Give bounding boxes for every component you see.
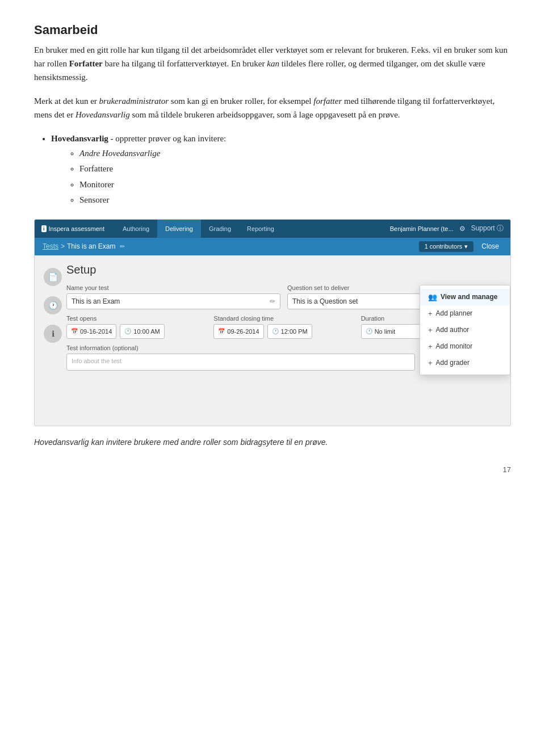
test-opens-date-group: 📅 09-16-2014 🕐 10:00 AM [66, 324, 207, 339]
tab-authoring[interactable]: Authoring [115, 220, 157, 238]
open-time-input[interactable]: 🕐 10:00 AM [120, 324, 164, 339]
p2-start: Merk at det kun er [34, 96, 99, 106]
open-date-value: 09-16-2014 [80, 328, 112, 335]
name-input[interactable]: This is an Exam ✏ [66, 293, 280, 309]
info-group: Test information (optional) Info about t… [66, 345, 415, 371]
open-time-value: 10:00 AM [133, 328, 160, 335]
page-heading: Samarbeid [34, 23, 511, 37]
tab-delivering[interactable]: Delivering [157, 220, 201, 238]
add-grader-label: Add grader [436, 359, 469, 367]
close-time-input[interactable]: 🕐 12:00 PM [267, 324, 312, 339]
sidebar-doc-icon[interactable]: 📄 [44, 268, 62, 286]
add-monitor-label: Add monitor [436, 342, 473, 350]
clock-icon: 🕐 [124, 328, 131, 334]
contributors-dropdown: 👥 View and manage + Add planner + Add au… [420, 285, 510, 375]
app-navbar: i Inspera assessment Authoring Deliverin… [35, 220, 510, 238]
info-text-input[interactable]: Info about the test [66, 354, 415, 371]
duration-value: No limit [375, 328, 396, 335]
calendar-icon: 📅 [218, 328, 225, 334]
add-planner-icon: + [428, 309, 433, 318]
question-set-value: This is a Question set [292, 297, 358, 305]
nav-tabs[interactable]: Authoring Delivering Grading Reporting [115, 220, 390, 238]
nav-right: Benjamin Planner (te... ⚙ Support ⓘ [390, 224, 504, 233]
logo-icon: i [41, 225, 47, 232]
breadcrumb-current: This is an Exam [67, 242, 115, 250]
add-grader-icon: + [428, 359, 433, 367]
p1-rest: bare ha tilgang til forfatterverktøyet. … [103, 59, 267, 68]
add-planner-item[interactable]: + Add planner [420, 305, 510, 322]
sub-list-item-label: Monitorer [79, 180, 114, 189]
intro-paragraph: En bruker med en gitt rolle har kun tilg… [34, 43, 511, 84]
page-number: 17 [34, 465, 511, 474]
close-date-input[interactable]: 📅 09-26-2014 [213, 324, 263, 339]
list-main-rest: - oppretter prøver og kan invitere: [108, 134, 226, 143]
tab-reporting[interactable]: Reporting [239, 220, 282, 238]
view-manage-icon: 👥 [428, 293, 437, 301]
add-monitor-icon: + [428, 342, 433, 351]
contributors-area: 1 contributors ▾ Close [419, 241, 502, 252]
calendar-icon: 📅 [71, 328, 78, 334]
closing-label: Standard closing time [213, 315, 354, 322]
view-manage-item[interactable]: 👥 View and manage [420, 289, 510, 305]
p1-bold: Forfatter [69, 59, 103, 68]
close-button[interactable]: Close [478, 241, 502, 251]
open-date-input[interactable]: 📅 09-16-2014 [66, 324, 116, 339]
breadcrumb: Tests > This is an Exam ✏ [43, 242, 125, 250]
p1-em: kan [267, 59, 279, 68]
test-opens-label: Test opens [66, 315, 207, 322]
close-time-value: 12:00 PM [281, 328, 308, 335]
app-main: 📄 🕐 ℹ Setup Name your test This is an Ex… [35, 255, 510, 426]
logo-text: Inspera assessment [49, 225, 104, 232]
p2-end: som må tildele brukeren arbeidsoppgaver,… [130, 110, 400, 119]
add-grader-item[interactable]: + Add grader [420, 355, 510, 371]
clock-icon: 🕐 [272, 328, 279, 334]
gear-icon[interactable]: ⚙ [459, 225, 466, 233]
breadcrumb-tests-link[interactable]: Tests [43, 242, 58, 250]
info-label: Test information (optional) [66, 345, 415, 351]
view-manage-label: View and manage [441, 293, 497, 301]
sub-list-item: Forfattere [79, 162, 511, 177]
sub-list-item-label: Andre Hovedansvarlige [79, 149, 160, 158]
sub-list-item: Monitorer [79, 178, 511, 192]
test-opens-group: Test opens 📅 09-16-2014 🕐 10:00 AM [66, 315, 207, 339]
sub-list-item: Andre Hovedansvarlige [79, 146, 511, 161]
breadcrumb-separator: > [61, 242, 65, 250]
chevron-down-icon: ▾ [464, 243, 468, 250]
sidebar-info-icon[interactable]: ℹ [44, 325, 62, 343]
add-monitor-item[interactable]: + Add monitor [420, 338, 510, 355]
name-input-icons: ✏ [270, 297, 275, 305]
name-value: This is an Exam [72, 297, 120, 305]
closing-date-group: 📅 09-26-2014 🕐 12:00 PM [213, 324, 354, 339]
contributors-button[interactable]: 1 contributors ▾ [419, 241, 474, 252]
add-planner-label: Add planner [436, 309, 473, 317]
p2-em2: forfatter [313, 96, 342, 106]
user-name: Benjamin Planner (te... [390, 225, 454, 232]
support-button[interactable]: Support ⓘ [471, 224, 504, 233]
contributors-count: 1 contributors [425, 243, 463, 250]
name-label: Name your test [66, 284, 280, 291]
p2-em1: brukeradministrator [99, 96, 169, 106]
add-author-label: Add author [436, 326, 469, 334]
add-author-icon: + [428, 326, 433, 334]
edit-icon[interactable]: ✏ [120, 243, 125, 250]
breadcrumb-bar: Tests > This is an Exam ✏ 1 contributors… [35, 238, 510, 255]
sidebar-clock-icon[interactable]: 🕐 [44, 296, 62, 314]
closing-group: Standard closing time 📅 09-26-2014 🕐 12:… [213, 315, 354, 339]
app-screenshot: i Inspera assessment Authoring Deliverin… [34, 219, 511, 426]
sub-list-item-label: Forfattere [79, 164, 113, 173]
tab-grading[interactable]: Grading [201, 220, 239, 238]
bottom-caption: Hovedansvarlig kan invitere brukere med … [34, 436, 511, 448]
name-group: Name your test This is an Exam ✏ [66, 284, 280, 309]
merk-paragraph: Merk at det kun er brukeradministrator s… [34, 94, 511, 121]
setup-sidebar: 📄 🕐 ℹ [44, 263, 66, 418]
sub-role-list: Andre Hovedansvarlige Forfattere Monitor… [79, 146, 511, 208]
clock-icon: 🕐 [366, 328, 372, 334]
sub-list-item-label: Sensorer [79, 195, 110, 204]
list-item-hlavansvarlig: Hovedansvarlig - oppretter prøver og kan… [51, 132, 511, 208]
app-logo: i Inspera assessment [41, 225, 104, 232]
add-author-item[interactable]: + Add author [420, 322, 510, 338]
list-main-label: Hovedansvarlig [51, 134, 108, 143]
bottom-caption-text: Hovedansvarlig kan invitere brukere med … [34, 438, 328, 447]
setup-title: Setup [66, 263, 501, 276]
p2-em3: Hovedansvarlig [76, 110, 130, 119]
